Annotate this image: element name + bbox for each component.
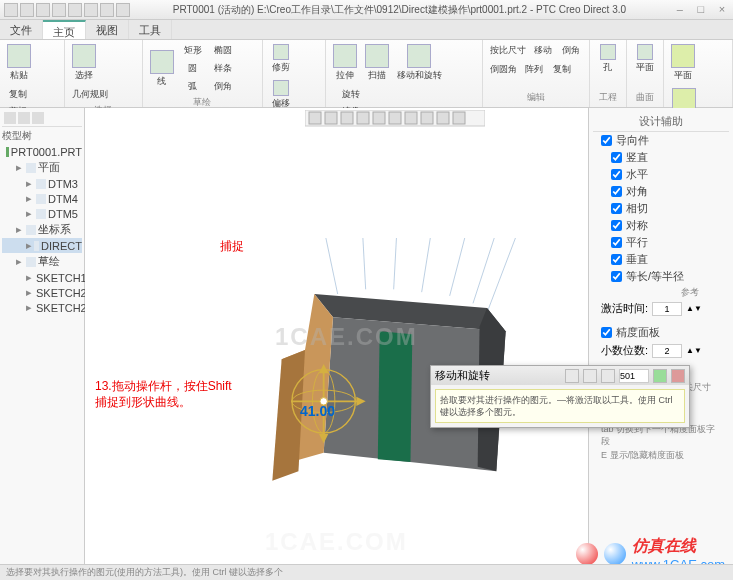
group-select: 选择 几何规则 选择 — [65, 40, 143, 107]
copy2-button[interactable]: 复制 — [548, 61, 576, 78]
spline-button[interactable]: 样条 — [209, 60, 237, 77]
rect-button[interactable]: 矩形 — [179, 42, 207, 59]
qat-regen-icon[interactable] — [84, 3, 98, 17]
precision-check[interactable]: 精度面板 — [593, 324, 729, 341]
tab-file[interactable]: 文件 — [0, 20, 43, 39]
tree-item[interactable]: ▸DTM5 — [2, 206, 82, 221]
copy-button[interactable]: 复制 — [4, 86, 32, 103]
guide-option[interactable]: 竖直 — [593, 149, 729, 166]
qat-close-icon[interactable] — [116, 3, 130, 17]
group-surface: 平面 曲面 — [627, 40, 664, 107]
group-sketch: 线 矩形 圆 弧 椭圆 样条 倒角 草绘 — [143, 40, 263, 107]
graphics-canvas[interactable]: 1CAE.COM 1CAE.COM 捕捉 13.拖动操作杆，按住Shift 捕捉… — [85, 108, 588, 578]
arc-button[interactable]: 弧 — [179, 78, 207, 95]
feature-icon — [26, 163, 36, 173]
minimize-icon[interactable]: – — [673, 3, 687, 17]
qat-new-icon[interactable] — [4, 3, 18, 17]
close-icon[interactable]: × — [715, 3, 729, 17]
guide-option[interactable]: 水平 — [593, 166, 729, 183]
guide-option[interactable]: 垂直 — [593, 251, 729, 268]
line-button[interactable]: 线 — [147, 42, 177, 95]
sweep-icon — [365, 44, 389, 68]
tree-item[interactable]: ▸SKETCH1 — [2, 270, 82, 285]
tree-toolbar — [2, 110, 82, 127]
rotate-button[interactable]: 旋转 — [330, 86, 372, 103]
float-ok-icon[interactable] — [653, 369, 667, 383]
tree-settings-icon[interactable] — [18, 112, 30, 124]
tree-item[interactable]: ▸DTM3 — [2, 176, 82, 191]
move-rotate-button[interactable]: 移动和旋转 — [394, 42, 445, 84]
tree-item[interactable]: ▸平面 — [2, 159, 82, 176]
dimension-value: 41.00 — [300, 403, 335, 419]
ellipse-button[interactable]: 椭圆 — [209, 42, 237, 59]
tree-filter-icon[interactable] — [32, 112, 44, 124]
ref-label: 参考 — [593, 285, 729, 299]
group-engineering: 孔 工程 — [590, 40, 627, 107]
hole-button[interactable]: 孔 — [594, 42, 622, 76]
ribbon: 粘贴 复制 剪切 剪贴板 选择 几何规则 选择 线 矩形 圆 弧 椭圆 样条 倒… — [0, 40, 733, 108]
decimals-input[interactable] — [652, 344, 682, 358]
trim-button[interactable]: 修剪 — [267, 42, 295, 76]
feature-icon — [36, 179, 46, 189]
float-btn3-icon[interactable] — [601, 369, 615, 383]
float-btn2-icon[interactable] — [583, 369, 597, 383]
logo-ball2-icon — [604, 543, 626, 565]
tree-item[interactable]: ▸坐标系 — [2, 221, 82, 238]
guide-option[interactable]: 对角 — [593, 183, 729, 200]
float-header[interactable]: 移动和旋转 — [431, 366, 689, 385]
tree-item[interactable]: ▸SKETCH2 — [2, 285, 82, 300]
svg-line-12 — [356, 238, 365, 289]
tree-item[interactable]: ▸草绘 — [2, 253, 82, 270]
round-button[interactable]: 倒圆角 — [487, 61, 520, 78]
float-btn1-icon[interactable] — [565, 369, 579, 383]
float-cancel-icon[interactable] — [671, 369, 685, 383]
svg-rect-4 — [357, 112, 369, 124]
view-toolbar[interactable] — [305, 110, 485, 128]
datum-plane-button[interactable]: 平面 — [668, 42, 698, 84]
maximize-icon[interactable]: □ — [694, 3, 708, 17]
sweep-button[interactable]: 扫描 — [362, 42, 392, 84]
tab-view[interactable]: 视图 — [86, 20, 129, 39]
tree-item[interactable]: ▸DTM4 — [2, 191, 82, 206]
tab-home[interactable]: 主页 — [43, 20, 86, 39]
tree-item[interactable]: ▸SKETCH2 — [2, 300, 82, 315]
tab-tools[interactable]: 工具 — [129, 20, 172, 39]
float-value-input[interactable] — [619, 369, 649, 383]
qat-redo-icon[interactable] — [68, 3, 82, 17]
tree-root[interactable]: PRT0001.PRT — [2, 145, 82, 159]
paste-button[interactable]: 粘贴 — [4, 42, 34, 84]
window-title: PRT0001 (活动的) E:\Creo工作目录\工作文件\0912\Dire… — [130, 3, 669, 17]
plane-button[interactable]: 平面 — [631, 42, 659, 76]
tree-item[interactable]: ▸DIRECT — [2, 238, 82, 253]
qat-undo-icon[interactable] — [52, 3, 66, 17]
chamfer2-button[interactable]: 倒角 — [557, 42, 585, 59]
activate-input[interactable] — [652, 302, 682, 316]
guides-check[interactable]: 导向件 — [593, 132, 729, 149]
guide-option[interactable]: 对称 — [593, 217, 729, 234]
guide-option[interactable]: 平行 — [593, 234, 729, 251]
svg-rect-1 — [309, 112, 321, 124]
geom-rule-button[interactable]: 几何规则 — [69, 86, 111, 103]
move-rotate-panel[interactable]: 移动和旋转 拾取要对其进行操作的图元。—将激活取以工具。使用 Ctrl 键以选择… — [430, 365, 690, 428]
float-title: 移动和旋转 — [435, 368, 490, 383]
chamfer-button[interactable]: 倒角 — [209, 78, 237, 95]
hole-icon — [600, 44, 616, 60]
main-area: 模型树 PRT0001.PRT ▸平面▸DTM3▸DTM4▸DTM5▸坐标系▸D… — [0, 108, 733, 578]
panel-title: 设计辅助 — [593, 112, 729, 132]
size-button[interactable]: 按比尺寸 — [487, 42, 529, 59]
guide-option[interactable]: 相切 — [593, 200, 729, 217]
ribbon-tabs: 文件 主页 视图 工具 — [0, 20, 733, 40]
move-icon — [407, 44, 431, 68]
feature-icon — [36, 194, 46, 204]
pattern-button[interactable]: 阵列 — [520, 61, 548, 78]
circle-button[interactable]: 圆 — [179, 60, 207, 77]
offset-button[interactable]: 偏移 — [267, 78, 295, 112]
qat-windows-icon[interactable] — [100, 3, 114, 17]
guide-option[interactable]: 等长/等半径 — [593, 268, 729, 285]
tree-layers-icon[interactable] — [4, 112, 16, 124]
qat-save-icon[interactable] — [36, 3, 50, 17]
qat-open-icon[interactable] — [20, 3, 34, 17]
select-button[interactable]: 选择 — [69, 42, 99, 84]
move2-button[interactable]: 移动 — [529, 42, 557, 59]
extrude-button[interactable]: 拉伸 — [330, 42, 360, 84]
